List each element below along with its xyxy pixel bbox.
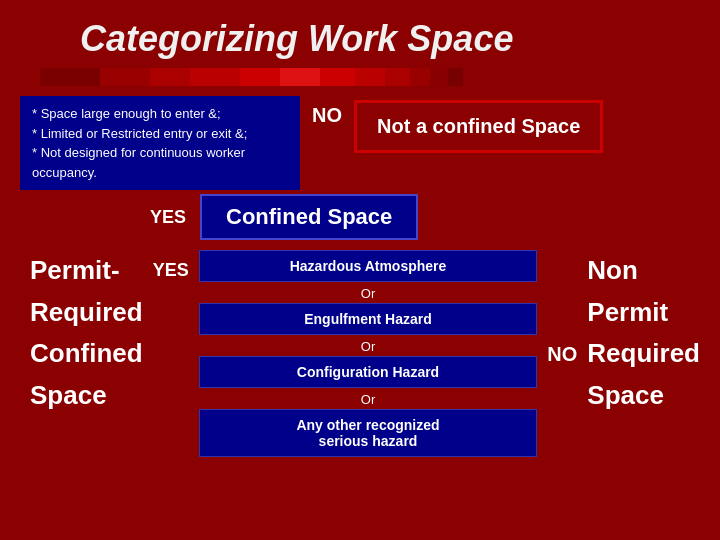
bottom-section: Permit- Required Confined Space YES Haza… [20,250,700,459]
no-mid-label: NO [547,343,577,366]
hazard-other-line1: Any other recognized [296,417,439,433]
condition-line3: * Not designed for continuous worker [32,143,288,163]
no-top-label: NO [312,104,342,127]
right-column: Non Permit Required Space [587,250,700,459]
or-label-2: Or [199,337,538,356]
main-content: * Space large enough to enter &; * Limit… [0,86,720,469]
space-right-word: Space [587,375,700,417]
or-label-1: Or [199,284,538,303]
hazard-boxes: Hazardous Atmosphere Or Engulfment Hazar… [199,250,538,459]
yes-confined-row: YES Confined Space [150,194,700,240]
required-right-word: Required [587,333,700,375]
or-label-3: Or [199,390,538,409]
yes-mid-label: YES [153,260,189,281]
hazard-other-box: Any other recognized serious hazard [199,409,538,457]
decorative-bar [0,68,720,86]
hazard-atmosphere-box: Hazardous Atmosphere [199,250,538,282]
title-area: Categorizing Work Space [0,0,720,68]
condition-line4: occupancy. [32,163,288,183]
conditions-box: * Space large enough to enter &; * Limit… [20,96,300,190]
middle-column: YES Hazardous Atmosphere Or Engulfment H… [153,250,538,459]
hazard-other-line2: serious hazard [319,433,418,449]
non-word: Non [587,250,700,292]
not-confined-box: Not a confined Space [354,100,603,153]
space-word-left: Space [30,375,143,417]
condition-line1: * Space large enough to enter &; [32,104,288,124]
hazard-engulfment-box: Engulfment Hazard [199,303,538,335]
top-row: * Space large enough to enter &; * Limit… [20,96,700,190]
left-column: Permit- Required Confined Space [20,250,153,459]
confined-word: Confined [30,333,143,375]
confined-space-box: Confined Space [200,194,418,240]
permit-right-word: Permit [587,292,700,334]
condition-line2: * Limited or Restricted entry or exit &; [32,124,288,144]
page-title: Categorizing Work Space [80,18,513,59]
required-word: Required [30,292,143,334]
yes-top-label: YES [150,207,186,228]
permit-word: Permit- [30,250,143,292]
hazard-configuration-box: Configuration Hazard [199,356,538,388]
